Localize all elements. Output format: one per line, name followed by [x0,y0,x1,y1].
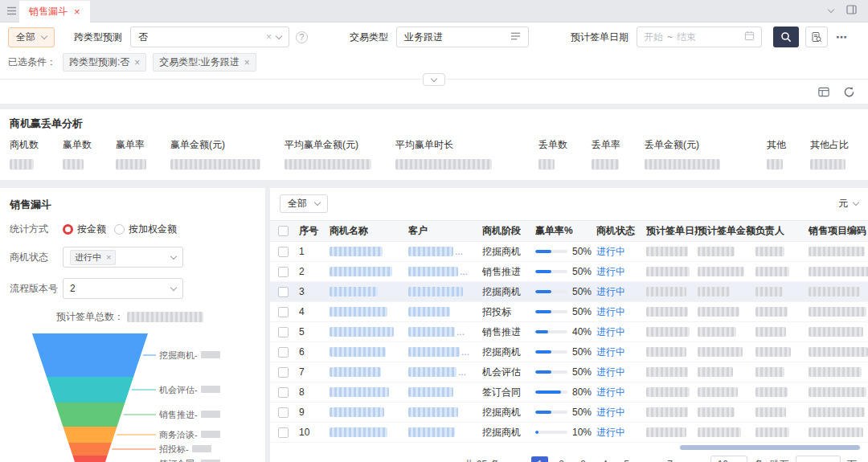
page-size-select[interactable]: 10 [710,456,747,462]
column-header[interactable]: 客户 [408,224,482,238]
collapse-filter-button[interactable] [423,73,445,86]
column-header[interactable]: 商机名称 [330,224,408,238]
column-header[interactable]: 赢单率% [535,224,596,238]
table-scope-select[interactable]: 全部 [280,194,328,213]
status-link[interactable]: 进行中 [596,285,646,299]
status-link[interactable]: 进行中 [596,426,646,440]
funnel-stage[interactable] [68,443,112,456]
radio-by-weighted-amount-label[interactable]: 按加权金额 [129,223,177,236]
radio-by-amount[interactable] [63,224,73,235]
column-header[interactable]: 商机阶段 [482,224,535,238]
row-checkbox[interactable] [278,427,289,438]
horizontal-scrollbar[interactable] [278,445,860,450]
list-picker-icon[interactable] [510,31,521,43]
redacted-opportunity-name[interactable] [330,387,389,397]
redacted-customer[interactable] [408,287,463,296]
page-button[interactable]: 4 [596,456,613,462]
refresh-icon[interactable] [843,86,855,98]
column-header[interactable]: 商机状态 [596,224,646,238]
table-row[interactable]: 1...挖掘商机50%进行中 [270,242,868,262]
column-header[interactable]: 预计签单日期 [646,224,698,238]
redacted-customer[interactable] [408,407,458,417]
funnel-stage[interactable] [63,427,117,443]
jump-page-input[interactable] [796,456,841,462]
page-button[interactable]: 2 [553,456,570,462]
menu-icon[interactable] [3,6,19,15]
redacted-customer[interactable] [408,327,455,337]
currency-unit-select[interactable]: 元 [838,197,858,211]
advanced-search-button[interactable] [805,27,828,47]
redacted-customer[interactable] [408,367,457,377]
redacted-customer[interactable] [408,247,453,256]
remove-tag-icon[interactable]: × [134,58,140,67]
first-page-button[interactable]: « [506,459,513,462]
prev-page-button[interactable]: ‹ [520,459,525,462]
redacted-opportunity-name[interactable] [330,267,392,276]
redacted-opportunity-name[interactable] [330,427,387,437]
column-header[interactable]: 序号 [299,224,330,238]
row-checkbox[interactable] [278,327,289,337]
table-row[interactable]: 8签订合同80%进行中 [270,382,868,403]
redacted-opportunity-name[interactable] [330,407,384,417]
redacted-customer[interactable] [408,267,458,276]
table-row[interactable]: 5...销售推进40%进行中 [270,322,868,342]
radio-by-amount-label[interactable]: 按金额 [77,223,106,236]
radio-by-weighted-amount[interactable] [114,224,125,235]
select-all-checkbox[interactable] [278,226,289,236]
remove-tag-icon[interactable]: × [106,253,111,262]
redacted-opportunity-name[interactable] [330,347,386,357]
table-row[interactable]: 2...销售推进50%进行中 [270,262,868,282]
redacted-customer[interactable] [408,347,460,357]
page-button[interactable]: 3 [575,456,592,462]
tab-sales-funnel[interactable]: 销售漏斗 × [19,1,90,22]
row-checkbox[interactable] [278,287,289,297]
row-checkbox[interactable] [278,347,289,358]
trade-type-select[interactable]: 业务跟进 [396,27,529,47]
filter-tag[interactable]: 交易类型:业务跟进× [153,53,256,72]
row-checkbox[interactable] [278,387,289,398]
panel-layout-icon[interactable] [846,5,857,17]
search-button[interactable] [773,27,799,47]
status-link[interactable]: 进行中 [596,245,646,259]
row-checkbox[interactable] [278,267,289,277]
column-header[interactable]: 负责人 [755,224,809,238]
redacted-opportunity-name[interactable] [330,307,387,317]
page-button[interactable]: 5 [618,456,635,462]
table-row[interactable]: 3挖掘商机50%进行中 [270,282,868,302]
scope-all-button[interactable]: 全部 [8,27,55,47]
table-row[interactable]: 6...挖掘商机50%进行中 [270,342,868,362]
status-link[interactable]: 进行中 [596,345,646,359]
more-actions-icon[interactable]: ⋯ [836,31,848,43]
page-button[interactable]: 1 [531,456,548,462]
column-settings-icon[interactable] [850,227,860,236]
table-row[interactable]: 9挖掘商机50%进行中 [270,403,868,423]
status-link[interactable]: 进行中 [596,265,646,279]
row-checkbox[interactable] [278,407,289,418]
chevron-down-icon[interactable] [828,6,834,13]
funnel-stage[interactable] [55,403,125,427]
table-row[interactable]: 4招投标50%进行中 [270,302,868,322]
process-version-select[interactable]: 2 [63,278,183,299]
board-config-icon[interactable] [817,86,830,98]
row-checkbox[interactable] [278,247,289,257]
funnel-stage[interactable] [47,377,133,403]
remove-tag-icon[interactable]: × [244,58,250,67]
redacted-customer[interactable] [408,387,453,397]
funnel-stage[interactable] [32,333,148,377]
filter-tag[interactable]: 跨类型预测:否× [63,53,146,72]
table-row[interactable]: 7...机会评估50%进行中 [270,362,868,382]
redacted-customer[interactable] [408,307,450,317]
redacted-opportunity-name[interactable] [330,247,383,256]
status-link[interactable]: 进行中 [596,366,646,379]
scrollbar-thumb[interactable] [680,445,860,450]
last-page-button[interactable]: » [696,459,703,462]
help-icon[interactable]: ? [296,31,308,43]
status-link[interactable]: 进行中 [596,305,646,319]
row-checkbox[interactable] [278,307,289,317]
next-page-button[interactable]: › [685,459,690,462]
column-header[interactable]: 预计签单金额 [698,224,755,238]
opportunity-status-select[interactable]: 进行中× [63,247,183,268]
tab-close-icon[interactable]: × [74,6,80,17]
redacted-opportunity-name[interactable] [330,367,381,377]
row-checkbox[interactable] [278,367,289,378]
